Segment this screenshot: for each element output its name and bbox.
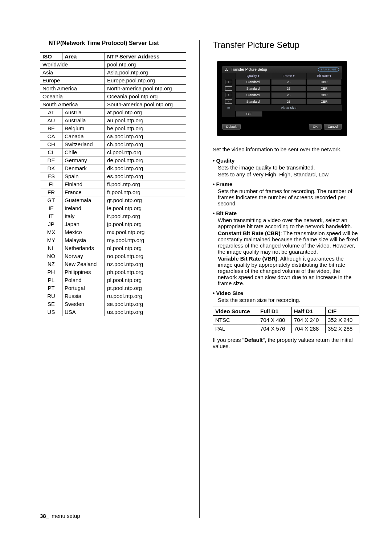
channel-bitrate[interactable]: CBR: [307, 92, 342, 98]
channel-quality[interactable]: Standard: [236, 92, 270, 98]
feature-frame-body: Sets the number of frames for recording.…: [218, 188, 359, 206]
country-server: my.pool.ntp.org: [105, 236, 186, 244]
th-video-source: Video Source: [213, 307, 258, 316]
table-row: JPJapanjp.pool.ntp.org: [40, 220, 186, 228]
table-row: PHPhilippinesph.pool.ntp.org: [40, 268, 186, 276]
table-row: PTPortugalpt.pool.ntp.org: [40, 284, 186, 292]
device-videosize-label: Video Size: [235, 105, 342, 111]
right-column: Transfer Picture Setup 🖧 Transfer Pictur…: [200, 40, 359, 518]
channel-quality[interactable]: Standard: [236, 79, 270, 85]
feature-quality: Quality Sets the image quality to be tra…: [213, 158, 359, 177]
table-row: Worldwidepool.ntp.org: [40, 61, 186, 69]
device-cif-value[interactable]: CIF: [236, 111, 262, 117]
device-button-bar: Default OK Cancel: [222, 124, 342, 130]
region-name: Worldwide: [40, 61, 105, 69]
country-area: Ireland: [62, 204, 105, 212]
table-row: CLChilecl.pool.ntp.org: [40, 148, 186, 156]
device-col-quality[interactable]: Quality ▾: [236, 73, 271, 79]
device-window-title: Transfer Picture Setup: [231, 68, 318, 71]
country-server: se.pool.ntp.org: [105, 300, 186, 308]
channel-quality[interactable]: Standard: [236, 86, 270, 91]
channel-frame[interactable]: 25: [271, 99, 306, 105]
country-server: be.pool.ntp.org: [105, 124, 186, 132]
ok-button[interactable]: OK: [309, 124, 322, 130]
region-server: pool.ntp.org: [105, 61, 186, 69]
channel-quality[interactable]: Standard: [236, 99, 270, 105]
region-name: Oceania: [40, 93, 105, 101]
device-col-frame[interactable]: Frame ▾: [271, 73, 307, 79]
table-row: USUSAus.pool.ntp.org: [40, 308, 186, 316]
section-title: Transfer Picture Setup: [213, 40, 359, 50]
country-iso: AU: [40, 116, 62, 124]
page-number: 38: [40, 513, 46, 519]
feature-bitrate: Bit Rate When transmitting a video over …: [213, 210, 359, 286]
region-server: Asia.pool.ntp.org: [105, 69, 186, 77]
country-area: Austria: [62, 109, 105, 116]
country-area: Sweden: [62, 300, 105, 308]
country-iso: MX: [40, 228, 62, 236]
country-server: it.pool.ntp.org: [105, 212, 186, 220]
region-name: Asia: [40, 69, 105, 77]
table-row: OceaniaOceania.pool.ntp.org: [40, 93, 186, 101]
country-server: us.pool.ntp.org: [105, 308, 186, 316]
country-iso: US: [40, 308, 62, 316]
feature-bitrate-intro: When transmitting a video over the netwo…: [218, 217, 359, 229]
table-row: North AmericaNorth-america.pool.ntp.org: [40, 85, 186, 93]
table-row: BEBelgiumbe.pool.ntp.org: [40, 124, 186, 132]
country-server: at.pool.ntp.org: [105, 109, 186, 116]
region-server: South-america.pool.ntp.org: [105, 101, 186, 109]
device-column-headers: Quality ▾ Frame ▾ Bit Rate ▾: [222, 73, 342, 79]
table-row: EuropeEurope.pool.ntp.org: [40, 77, 186, 85]
country-server: ph.pool.ntp.org: [105, 268, 186, 276]
country-iso: NL: [40, 244, 62, 252]
country-iso: BE: [40, 124, 62, 132]
channel-bitrate[interactable]: CBR: [307, 86, 342, 91]
country-area: Norway: [62, 252, 105, 260]
cif: 352 X 288: [326, 324, 359, 333]
country-iso: IT: [40, 212, 62, 220]
country-server: nz.pool.ntp.org: [105, 260, 186, 268]
country-area: Russia: [62, 292, 105, 300]
country-iso: AT: [40, 109, 62, 116]
country-area: Australia: [62, 116, 105, 124]
region-server: Europe.pool.ntp.org: [105, 77, 186, 85]
table-row: NLNetherlandsnl.pool.ntp.org: [40, 244, 186, 252]
region-server: North-america.pool.ntp.org: [105, 85, 186, 93]
channel-frame[interactable]: 25: [271, 79, 306, 85]
country-area: Finland: [62, 180, 105, 188]
samsung-logo: SAMSUNG: [318, 68, 339, 71]
channel-frame[interactable]: 25: [271, 86, 306, 91]
video-size-table: Video Source Full D1 Half D1 CIF NTSC704…: [213, 307, 359, 333]
table-row: FRFrancefr.pool.ntp.org: [40, 188, 186, 196]
region-server: Oceania.pool.ntp.org: [105, 93, 186, 101]
country-iso: CA: [40, 132, 62, 140]
table-header-row: Video Source Full D1 Half D1 CIF: [213, 307, 359, 316]
feature-quality-title: Quality: [213, 158, 234, 164]
country-server: ru.pool.ntp.org: [105, 292, 186, 300]
country-iso: RU: [40, 292, 62, 300]
channel-bitrate[interactable]: CBR: [307, 79, 342, 85]
country-area: Netherlands: [62, 244, 105, 252]
table-row: FIFinlandfi.pool.ntp.org: [40, 180, 186, 188]
channel-bitrate[interactable]: CBR: [307, 99, 342, 105]
default-button[interactable]: Default: [222, 124, 241, 130]
th-cif: CIF: [326, 307, 359, 316]
country-area: Denmark: [62, 164, 105, 172]
country-server: fr.pool.ntp.org: [105, 188, 186, 196]
country-area: France: [62, 188, 105, 196]
country-server: es.pool.ntp.org: [105, 172, 186, 180]
cancel-button[interactable]: Cancel: [324, 124, 342, 130]
default-note: If you press "Default", the property val…: [213, 337, 359, 349]
country-server: no.pool.ntp.org: [105, 252, 186, 260]
country-area: Mexico: [62, 228, 105, 236]
country-server: dk.pool.ntp.org: [105, 164, 186, 172]
country-server: fi.pool.ntp.org: [105, 180, 186, 188]
country-server: ca.pool.ntp.org: [105, 132, 186, 140]
channel-frame[interactable]: 25: [271, 92, 306, 98]
country-server: gt.pool.ntp.org: [105, 196, 186, 204]
country-area: Italy: [62, 212, 105, 220]
footer-label: menu setup: [52, 513, 80, 519]
device-col-bitrate[interactable]: Bit Rate ▾: [307, 73, 342, 79]
table-row: NONorwayno.pool.ntp.org: [40, 252, 186, 260]
country-server: ie.pool.ntp.org: [105, 204, 186, 212]
